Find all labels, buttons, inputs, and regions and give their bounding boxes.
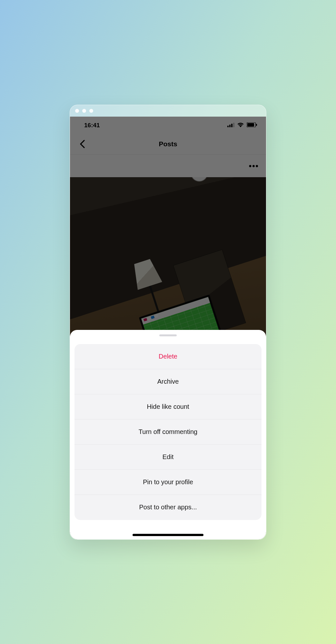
delete-action[interactable]: Delete: [74, 344, 262, 369]
window-titlebar: [70, 105, 266, 117]
window-dot: [82, 109, 86, 113]
edit-action[interactable]: Edit: [74, 445, 262, 470]
sheet-grabber[interactable]: [159, 334, 177, 336]
hide-like-count-action[interactable]: Hide like count: [74, 394, 262, 419]
phone-screen: 16:41 Posts: [70, 117, 266, 539]
pin-to-profile-action[interactable]: Pin to your profile: [74, 470, 262, 495]
device-frame: 16:41 Posts: [70, 105, 266, 540]
action-sheet-list: Delete Archive Hide like count Turn off …: [74, 344, 262, 520]
post-to-other-apps-action[interactable]: Post to other apps...: [74, 495, 262, 520]
action-sheet: Delete Archive Hide like count Turn off …: [70, 330, 266, 539]
home-indicator[interactable]: [133, 534, 203, 536]
archive-action[interactable]: Archive: [74, 369, 262, 394]
window-dot: [89, 109, 93, 113]
window-dot: [75, 109, 79, 113]
turn-off-commenting-action[interactable]: Turn off commenting: [74, 419, 262, 445]
